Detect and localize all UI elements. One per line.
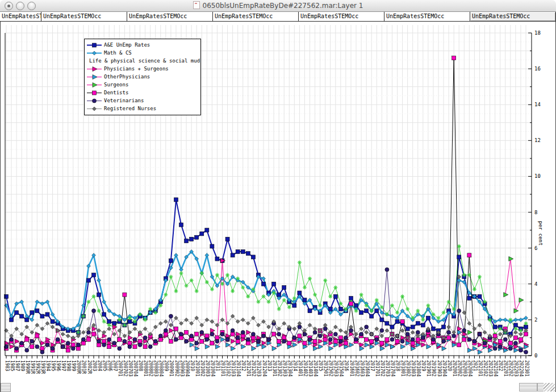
svg-text:201901: 201901	[426, 360, 431, 377]
legend-label: A&E UnEmp Rates	[104, 42, 150, 48]
svg-text:200702: 200702	[123, 360, 128, 377]
svg-text:8: 8	[534, 210, 537, 215]
sheet-tab-6[interactable]: UnEmpRatesSTEMOcc	[470, 12, 556, 21]
sheet-tab-3[interactable]: UnEmpRatesSTEMOcc	[213, 12, 299, 21]
svg-text:1990R: 1990R	[25, 360, 30, 374]
legend-item-7: Veterinarians	[87, 97, 198, 105]
legend-label: Surgeons	[104, 82, 128, 87]
svg-text:201003: 201003	[205, 360, 210, 377]
svg-text:202103: 202103	[488, 360, 493, 377]
svg-text:2000R: 2000R	[76, 360, 81, 374]
chart-legend: A&E UnEmp RatesMath & CSLife & physical …	[84, 39, 201, 115]
legend-marker-icon	[87, 90, 102, 96]
svg-text:202001: 202001	[452, 360, 457, 377]
svg-text:2: 2	[534, 317, 537, 323]
svg-text:200903: 200903	[179, 360, 185, 377]
legend-marker-icon	[87, 98, 102, 104]
svg-text:202104: 202104	[493, 360, 498, 377]
svg-text:200704: 200704	[133, 360, 138, 377]
svg-text:1991R: 1991R	[30, 360, 35, 374]
svg-text:201301: 201301	[272, 360, 277, 377]
svg-text:1996: 1996	[56, 360, 61, 371]
svg-text:2011: 2011	[215, 360, 220, 371]
status-pane-1	[519, 383, 537, 391]
svg-text:201303: 201303	[282, 360, 287, 377]
svg-text:1993R: 1993R	[40, 360, 45, 374]
svg-text:2001R: 2001R	[81, 360, 86, 374]
svg-text:201604: 201604	[365, 360, 370, 377]
legend-item-1: Math & CS	[87, 49, 198, 57]
svg-text:1997: 1997	[61, 360, 66, 371]
window-title: 0650blsUnEmpRateByDe#227562.mar:Layer 1	[203, 2, 363, 10]
svg-text:201404: 201404	[313, 360, 318, 377]
legend-label: Math & CS	[104, 50, 132, 56]
svg-text:1987: 1987	[15, 360, 20, 371]
legend-marker-icon	[87, 82, 102, 88]
svg-text:202202: 202202	[508, 360, 513, 377]
svg-text:201601: 201601	[349, 360, 354, 377]
svg-text:1992R: 1992R	[35, 360, 40, 374]
chart-canvas[interactable]: 024681012141618per cent19831985198719891…	[0, 22, 556, 392]
svg-text:2020: 2020	[447, 360, 452, 371]
legend-label: Veterinarians	[104, 98, 144, 103]
svg-text:2009: 2009	[164, 360, 169, 371]
legend-item-5: Surgeons	[87, 81, 198, 89]
svg-text:2019: 2019	[421, 360, 426, 371]
svg-text:202204: 202204	[519, 360, 524, 377]
svg-text:202101: 202101	[478, 360, 483, 377]
svg-text:201204: 201204	[262, 360, 267, 377]
legend-item-4: OtherPhysicians	[87, 73, 198, 81]
svg-text:200803: 200803	[153, 360, 158, 377]
svg-text:201002: 201002	[200, 360, 205, 377]
svg-text:201304: 201304	[287, 360, 292, 377]
svg-text:202004: 202004	[467, 360, 473, 377]
resize-grip[interactable]	[544, 383, 555, 391]
legend-label: Dentists	[104, 90, 128, 95]
legend-item-2: Life & physical science & social mud	[87, 57, 198, 65]
svg-text:201103: 201103	[231, 360, 236, 377]
svg-text:201804: 201804	[416, 360, 421, 377]
svg-text:18: 18	[534, 30, 541, 36]
sheet-tab-1[interactable]: UnEmpRatesSTEMOcc	[41, 12, 127, 21]
title-bar[interactable]: 0650blsUnEmpRateByDe#227562.mar:Layer 1	[0, 0, 556, 12]
svg-text:2013: 2013	[267, 360, 272, 371]
legend-label: OtherPhysicians	[104, 74, 150, 80]
sheet-tab-4[interactable]: UnEmpRatesSTEMOcc	[299, 12, 384, 21]
legend-label: Physicians + Surgeons	[104, 66, 169, 72]
svg-text:4: 4	[534, 281, 537, 287]
svg-text:201602: 201602	[354, 360, 359, 377]
svg-text:200902: 200902	[174, 360, 179, 377]
svg-text:per cent: per cent	[538, 221, 544, 245]
sheet-tab-0[interactable]: UnEmpRatesST	[0, 12, 41, 21]
svg-text:201302: 201302	[277, 360, 282, 377]
svg-text:16: 16	[534, 66, 541, 72]
legend-marker-icon	[87, 74, 102, 80]
svg-text:200904: 200904	[185, 360, 190, 377]
svg-text:1995: 1995	[51, 360, 56, 371]
svg-text:2022: 2022	[498, 360, 503, 371]
svg-text:201902: 201902	[431, 360, 436, 377]
legend-marker-icon	[87, 42, 102, 48]
svg-text:2003: 2003	[92, 360, 97, 371]
svg-text:201403: 201403	[308, 360, 313, 377]
svg-text:201903: 201903	[437, 360, 442, 377]
svg-text:2016: 2016	[344, 360, 349, 371]
legend-marker-icon	[87, 106, 102, 112]
svg-text:201202: 201202	[251, 360, 256, 377]
sheet-tab-5[interactable]: UnEmpRatesSTEMOcc	[384, 12, 470, 21]
svg-text:201501: 201501	[323, 360, 328, 377]
app-window: 0650blsUnEmpRateByDe#227562.mar:Layer 1 …	[0, 0, 556, 392]
svg-text:201801: 201801	[400, 360, 405, 377]
svg-text:2006: 2006	[107, 360, 112, 371]
legend-item-6: Dentists	[87, 89, 198, 97]
svg-text:201802: 201802	[405, 360, 411, 377]
svg-text:1983: 1983	[5, 360, 10, 371]
svg-text:202002: 202002	[457, 360, 462, 377]
svg-text:201904: 201904	[442, 360, 447, 377]
svg-text:14: 14	[534, 102, 541, 107]
svg-text:201503: 201503	[333, 360, 338, 377]
svg-text:201803: 201803	[411, 360, 416, 377]
sheet-tab-2[interactable]: UnEmpRatesSTEMOcc	[127, 12, 213, 21]
svg-text:2021: 2021	[473, 360, 478, 371]
svg-text:201504: 201504	[338, 360, 344, 377]
